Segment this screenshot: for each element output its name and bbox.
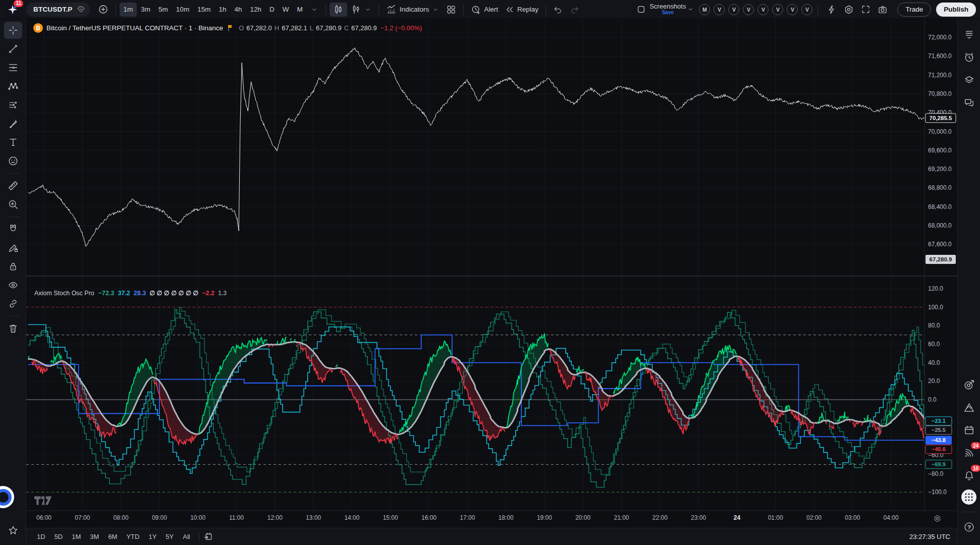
timeframe-M[interactable]: M — [293, 3, 306, 17]
range-1m[interactable]: 1M — [67, 531, 85, 542]
undo-button[interactable] — [550, 3, 566, 17]
alerts-clock-button[interactable] — [960, 48, 977, 66]
timeframe-3m[interactable]: 3m — [137, 3, 154, 17]
top-toolbar: 11 BTCUSDT.P 1m3m5m10m15m1h4h12hDWM Indi… — [0, 0, 980, 19]
timeframe-list: 1m3m5m10m15m1h4h12hDWM — [120, 3, 307, 17]
alerts-clock-icon — [963, 51, 975, 63]
timeframe-4h[interactable]: 4h — [230, 3, 246, 17]
save-label: Save — [662, 10, 674, 16]
tool-crosshair[interactable] — [4, 22, 22, 39]
svg-text:80.0: 80.0 — [928, 322, 940, 329]
layout-slot-v-2[interactable]: V — [728, 4, 739, 15]
tool-trash[interactable] — [4, 320, 22, 337]
tool-zoom-in[interactable] — [4, 196, 22, 213]
timeframe-D[interactable]: D — [265, 3, 279, 17]
tool-ruler[interactable] — [4, 177, 22, 194]
trade-button[interactable]: Trade — [897, 3, 931, 17]
tool-emoji[interactable] — [4, 152, 22, 170]
chat-button[interactable] — [960, 94, 977, 111]
tool-fib-retracement[interactable] — [4, 59, 22, 76]
range-3m[interactable]: 3M — [85, 531, 103, 542]
clock-utc[interactable]: 23:27:35 UTC — [909, 533, 951, 540]
quick-actions-bolt-icon[interactable] — [823, 3, 840, 17]
settings-gear-icon[interactable] — [840, 3, 857, 17]
tool-xabcd-pattern[interactable] — [4, 78, 22, 95]
screenshot-checkbox-icon[interactable] — [633, 3, 649, 17]
tool-text[interactable] — [4, 134, 22, 151]
news-broadcast-button[interactable]: 24 — [960, 444, 977, 461]
symbol-search-button[interactable]: BTCUSDT.P — [26, 3, 90, 17]
tool-drawing-lock[interactable] — [4, 239, 22, 256]
flag-icon[interactable] — [227, 24, 235, 32]
object-tree-button[interactable] — [960, 71, 977, 88]
layout-slot-v-7[interactable]: V — [801, 4, 812, 15]
range-5y[interactable]: 5Y — [161, 531, 178, 542]
layout-slot-v-3[interactable]: V — [743, 4, 754, 15]
screenshots-button[interactable]: Screenshots Save — [649, 4, 686, 16]
replay-button[interactable]: Replay — [502, 3, 542, 17]
tool-magnet[interactable] — [4, 221, 22, 238]
timeframe-12h[interactable]: 12h — [246, 3, 265, 17]
drawing-toolbar — [0, 19, 26, 545]
calendar-button[interactable] — [960, 421, 977, 439]
chart-style-candles-button[interactable] — [330, 3, 347, 17]
indicators-button[interactable]: Indicators — [383, 3, 443, 17]
favorites-star-button[interactable] — [4, 522, 22, 539]
tool-hide-all[interactable] — [4, 277, 22, 294]
timeframe-W[interactable]: W — [279, 3, 293, 17]
crosshair-icon — [8, 25, 19, 36]
tool-forecast[interactable] — [4, 96, 22, 114]
compare-add-symbol-button[interactable] — [94, 3, 112, 17]
timeframe-5m[interactable]: 5m — [154, 3, 172, 17]
tradingview-logo[interactable]: 11 — [4, 1, 21, 18]
svg-text:23:00: 23:00 — [691, 514, 706, 521]
tool-brush[interactable] — [4, 115, 22, 132]
go-to-date-icon[interactable] — [203, 532, 213, 541]
timeframe-15m[interactable]: 15m — [193, 3, 214, 17]
minds-button[interactable] — [960, 399, 977, 416]
layout-slot-v-5[interactable]: V — [772, 4, 783, 15]
notifications-bell-button[interactable]: 10 — [960, 467, 977, 484]
range-ytd[interactable]: YTD — [122, 531, 144, 542]
svg-text:−69.9: −69.9 — [932, 461, 946, 467]
ideas-target-button[interactable] — [960, 376, 977, 393]
tradingview-watermark-icon[interactable] — [34, 496, 52, 508]
help-button[interactable]: ? — [960, 518, 977, 535]
range-6m[interactable]: 6M — [103, 531, 122, 542]
layout-slot-v-4[interactable]: V — [757, 4, 769, 15]
svg-text:68,400.0: 68,400.0 — [928, 203, 952, 210]
alert-button[interactable]: Alert — [467, 3, 502, 17]
chart-style-dropdown-button[interactable] — [347, 3, 375, 17]
tool-trend-line[interactable] — [4, 40, 22, 58]
tool-link[interactable] — [4, 295, 22, 312]
symbol-legend[interactable]: B Bitcoin / TetherUS PERPETUAL CONTRACT … — [33, 23, 422, 33]
range-1d[interactable]: 1D — [32, 531, 50, 542]
timeframe-10m[interactable]: 10m — [172, 3, 193, 17]
watchlist-button[interactable] — [960, 26, 977, 43]
screenshots-chevron-icon[interactable] — [686, 3, 695, 17]
camera-snapshot-icon[interactable] — [874, 3, 891, 17]
timeframe-dropdown-chevron[interactable] — [307, 3, 322, 17]
oscillator-value: −72.3 — [98, 290, 115, 297]
tool-lock-all[interactable] — [4, 258, 22, 275]
range-all[interactable]: All — [178, 531, 194, 542]
layout-grid-button[interactable] — [443, 3, 460, 17]
price-oscillator-chart[interactable]: 72,000.071,600.071,200.070,800.070,400.0… — [26, 19, 957, 528]
fullscreen-icon[interactable] — [857, 3, 874, 17]
range-1y[interactable]: 1Y — [144, 531, 161, 542]
svg-text:72,000.0: 72,000.0 — [928, 34, 952, 41]
redo-button[interactable] — [566, 3, 583, 17]
oscillator-legend[interactable]: Axiom Stoch Osc Pro −72.337.228.3∅ ∅ ∅ ∅… — [34, 289, 230, 297]
publish-button[interactable]: Publish — [936, 3, 976, 17]
timeframe-1h[interactable]: 1h — [214, 3, 230, 17]
hide-all-icon — [8, 280, 19, 291]
svg-text:?: ? — [967, 524, 970, 530]
oscillator-badge: −69.9 — [925, 460, 952, 469]
range-5d[interactable]: 5D — [50, 531, 68, 542]
apps-grid-button[interactable] — [961, 489, 976, 505]
layout-slot-v-1[interactable]: V — [714, 4, 725, 15]
timeframe-1m[interactable]: 1m — [120, 3, 137, 17]
time-axis-settings-gear-icon[interactable] — [933, 514, 942, 525]
layout-slot-v-6[interactable]: V — [787, 4, 798, 15]
layout-slot-m-0[interactable]: M — [699, 4, 710, 15]
